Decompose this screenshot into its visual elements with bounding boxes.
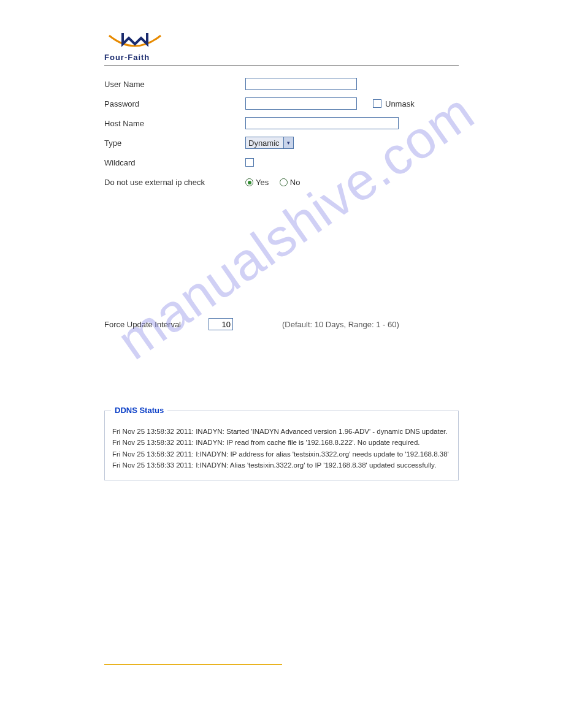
status-line: Fri Nov 25 13:58:32 2011: INADYN: Starte…: [112, 426, 451, 437]
four-faith-logo-icon: [104, 31, 166, 54]
footer-divider: [104, 664, 282, 665]
unmask-label: Unmask: [385, 99, 415, 108]
username-input[interactable]: [245, 78, 357, 90]
ext-ip-label: Do not use external ip check: [104, 178, 245, 187]
hostname-input[interactable]: [245, 117, 399, 129]
username-label: User Name: [104, 80, 245, 89]
ext-ip-yes-radio[interactable]: [245, 178, 253, 186]
status-line: Fri Nov 25 13:58:32 2011: I:INADYN: IP a…: [112, 449, 451, 460]
status-line: Fri Nov 25 13:58:33 2011: I:INADYN: Alia…: [112, 460, 451, 471]
type-select-value: Dynamic: [248, 138, 280, 148]
header-divider: [104, 66, 459, 66]
status-line: Fri Nov 25 13:58:32 2011: INADYN: IP rea…: [112, 437, 451, 448]
type-select[interactable]: Dynamic ▾: [245, 137, 294, 149]
logo-brand-text: Four-Faith: [104, 53, 459, 62]
logo: Four-Faith: [104, 31, 459, 62]
force-update-label: Force Update Interval: [104, 320, 209, 329]
ddns-status-title: DDNS Status: [111, 406, 167, 415]
password-input[interactable]: [245, 97, 357, 110]
wildcard-label: Wildcard: [104, 158, 245, 167]
unmask-checkbox[interactable]: [373, 99, 381, 108]
force-update-note: (Default: 10 Days, Range: 1 - 60): [282, 320, 399, 329]
ext-ip-no-radio[interactable]: [280, 178, 288, 186]
chevron-down-icon: ▾: [283, 137, 293, 148]
hostname-label: Host Name: [104, 119, 245, 128]
yes-label: Yes: [256, 178, 269, 187]
type-label: Type: [104, 138, 245, 148]
wildcard-checkbox[interactable]: [245, 158, 254, 167]
force-update-input[interactable]: [209, 318, 233, 330]
no-label: No: [290, 178, 301, 187]
ddns-status-panel: DDNS Status Fri Nov 25 13:58:32 2011: IN…: [104, 411, 459, 480]
password-label: Password: [104, 99, 245, 108]
